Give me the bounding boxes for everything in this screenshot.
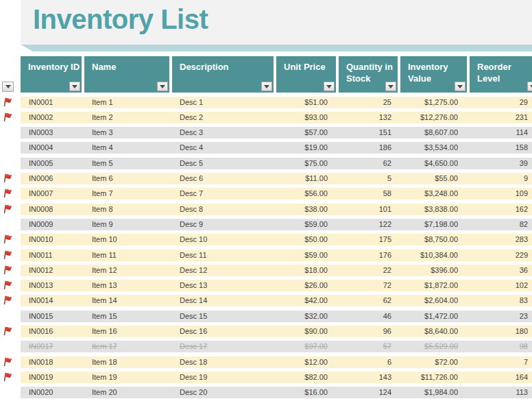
cell-inventory-id[interactable]: IN0010: [29, 234, 82, 245]
cell-description[interactable]: Desc 17: [180, 341, 273, 352]
cell-unit-price[interactable]: $59.00: [276, 250, 328, 261]
cell-inventory-value[interactable]: $8,750.00: [400, 234, 458, 245]
cell-description[interactable]: Desc 5: [180, 158, 273, 169]
cell-quantity-in-stock[interactable]: 58: [339, 188, 391, 200]
cell-reorder-level[interactable]: 158: [470, 142, 528, 154]
cell-name[interactable]: Item 20: [92, 387, 169, 398]
cell-inventory-value[interactable]: $1,872.00: [400, 280, 458, 291]
cell-name[interactable]: Item 4: [92, 142, 169, 154]
cell-description[interactable]: Desc 8: [180, 204, 273, 215]
cell-reorder-level[interactable]: 98: [470, 341, 528, 352]
cell-reorder-level[interactable]: 82: [470, 219, 528, 230]
cell-reorder-level[interactable]: 180: [470, 326, 528, 337]
cell-inventory-value[interactable]: $1,984.00: [400, 387, 458, 398]
column-header-inventory-id[interactable]: Inventory ID: [21, 56, 82, 93]
cell-inventory-value[interactable]: $8,640.00: [400, 326, 458, 337]
cell-name[interactable]: Item 11: [92, 250, 169, 261]
cell-inventory-value[interactable]: $55.00: [400, 173, 458, 184]
column-header-unit-price[interactable]: Unit Price: [276, 56, 336, 93]
cell-inventory-value[interactable]: $4,650.00: [400, 158, 458, 169]
cell-quantity-in-stock[interactable]: 72: [339, 280, 391, 291]
cell-reorder-level[interactable]: 229: [470, 250, 528, 261]
cell-unit-price[interactable]: $51.00: [276, 97, 328, 108]
cell-unit-price[interactable]: $12.00: [276, 356, 328, 368]
cell-unit-price[interactable]: $11.00: [276, 173, 328, 184]
cell-unit-price[interactable]: $75.00: [276, 158, 328, 169]
filter-dropdown-button[interactable]: [69, 82, 80, 91]
cell-inventory-value[interactable]: $8,607.00: [400, 127, 458, 138]
cell-name[interactable]: Item 18: [92, 356, 169, 368]
cell-inventory-id[interactable]: IN0019: [29, 372, 82, 383]
cell-inventory-id[interactable]: IN0005: [29, 158, 82, 169]
cell-unit-price[interactable]: $97.00: [276, 341, 328, 352]
cell-reorder-level[interactable]: 164: [470, 372, 528, 383]
cell-unit-price[interactable]: $56.00: [276, 188, 328, 200]
cell-name[interactable]: Item 19: [92, 372, 169, 383]
cell-unit-price[interactable]: $57.00: [276, 127, 328, 138]
cell-inventory-value[interactable]: $72.00: [400, 356, 458, 368]
cell-description[interactable]: Desc 6: [180, 173, 273, 184]
cell-description[interactable]: Desc 12: [180, 265, 273, 276]
column-header-description[interactable]: Description: [172, 56, 274, 93]
cell-inventory-id[interactable]: IN0001: [29, 97, 82, 108]
cell-unit-price[interactable]: $19.00: [276, 142, 328, 154]
cell-quantity-in-stock[interactable]: 57: [339, 341, 391, 352]
cell-quantity-in-stock[interactable]: 101: [339, 204, 391, 215]
cell-inventory-value[interactable]: $1,275.00: [400, 97, 458, 108]
cell-quantity-in-stock[interactable]: 143: [339, 372, 391, 383]
cell-name[interactable]: Item 16: [92, 326, 169, 337]
cell-quantity-in-stock[interactable]: 96: [339, 326, 391, 337]
cell-inventory-id[interactable]: IN0003: [29, 127, 82, 138]
cell-unit-price[interactable]: $32.00: [276, 311, 328, 322]
cell-unit-price[interactable]: $38.00: [276, 204, 328, 215]
cell-name[interactable]: Item 5: [92, 158, 169, 169]
cell-reorder-level[interactable]: 39: [470, 158, 528, 169]
cell-inventory-id[interactable]: IN0007: [29, 188, 82, 200]
cell-inventory-value[interactable]: $11,726.00: [400, 372, 458, 383]
cell-description[interactable]: Desc 11: [180, 250, 273, 261]
cell-description[interactable]: Desc 18: [180, 356, 273, 368]
cell-inventory-value[interactable]: $3,534.00: [400, 142, 458, 154]
cell-inventory-id[interactable]: IN0004: [29, 142, 82, 154]
cell-reorder-level[interactable]: 7: [470, 356, 528, 368]
cell-name[interactable]: Item 12: [92, 265, 169, 276]
cell-inventory-id[interactable]: IN0015: [29, 311, 82, 322]
cell-reorder-level[interactable]: 9: [470, 173, 528, 184]
cell-description[interactable]: Desc 19: [180, 372, 273, 383]
cell-quantity-in-stock[interactable]: 186: [339, 142, 391, 154]
cell-inventory-id[interactable]: IN0018: [29, 356, 82, 368]
cell-quantity-in-stock[interactable]: 176: [339, 250, 391, 261]
cell-name[interactable]: Item 17: [92, 341, 169, 352]
cell-quantity-in-stock[interactable]: 46: [339, 311, 391, 322]
filter-dropdown-button[interactable]: [157, 82, 168, 91]
cell-reorder-level[interactable]: 162: [470, 204, 528, 215]
cell-name[interactable]: Item 8: [92, 204, 169, 215]
cell-unit-price[interactable]: $93.00: [276, 112, 328, 123]
cell-reorder-level[interactable]: 23: [470, 311, 528, 322]
cell-name[interactable]: Item 7: [92, 188, 169, 200]
cell-description[interactable]: Desc 16: [180, 326, 273, 337]
cell-inventory-value[interactable]: $7,198.00: [400, 219, 458, 230]
cell-quantity-in-stock[interactable]: 22: [339, 265, 391, 276]
cell-reorder-level[interactable]: 29: [470, 97, 528, 108]
cell-unit-price[interactable]: $18.00: [276, 265, 328, 276]
cell-inventory-id[interactable]: IN0012: [29, 265, 82, 276]
filter-dropdown-button[interactable]: [455, 82, 466, 91]
cell-quantity-in-stock[interactable]: 62: [339, 158, 391, 169]
cell-inventory-value[interactable]: $3,248.00: [400, 188, 458, 200]
cell-quantity-in-stock[interactable]: 151: [339, 127, 391, 138]
cell-quantity-in-stock[interactable]: 124: [339, 387, 391, 398]
cell-quantity-in-stock[interactable]: 25: [339, 97, 391, 108]
column-header-inventory-value[interactable]: Inventory Value: [400, 56, 467, 93]
filter-dropdown-button[interactable]: [527, 82, 532, 91]
column-header-reorder-level[interactable]: Reorder Level: [470, 56, 532, 93]
cell-inventory-value[interactable]: $2,604.00: [400, 295, 458, 306]
cell-unit-price[interactable]: $16.00: [276, 387, 328, 398]
cell-unit-price[interactable]: $26.00: [276, 280, 328, 291]
cell-description[interactable]: Desc 15: [180, 311, 273, 322]
cell-description[interactable]: Desc 13: [180, 280, 273, 291]
cell-reorder-level[interactable]: 113: [470, 387, 528, 398]
cell-description[interactable]: Desc 14: [180, 295, 273, 306]
cell-inventory-id[interactable]: IN0016: [29, 326, 82, 337]
cell-reorder-level[interactable]: 231: [470, 112, 528, 123]
